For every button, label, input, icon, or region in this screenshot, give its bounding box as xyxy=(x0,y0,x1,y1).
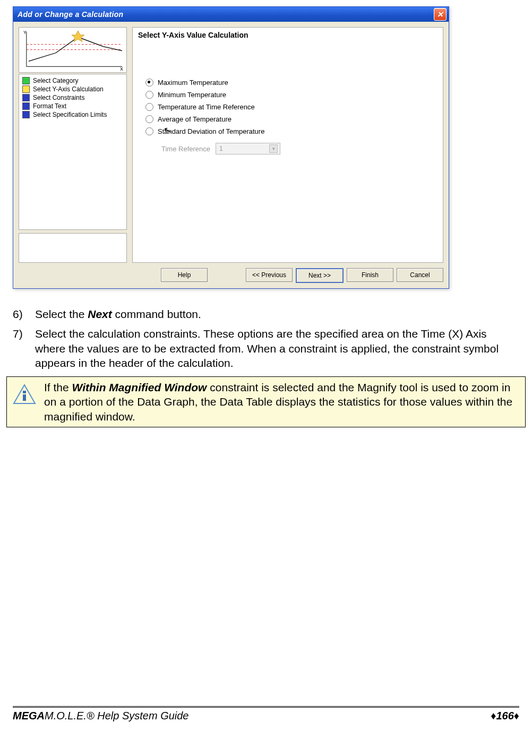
list-item: 7) Select the calculation constraints. T… xyxy=(13,327,519,370)
step-label: Select Y-Axis Calculation xyxy=(33,85,104,93)
wizard-step[interactable]: Select Y-Axis Calculation xyxy=(22,85,123,93)
time-reference-row: Time Reference 1 ▾ xyxy=(161,143,437,154)
radio-option[interactable]: Standard Deviation of Temperature xyxy=(145,125,437,138)
dialog-window: Add or Change a Calculation ✕ Y X xyxy=(13,6,449,289)
chevron-down-icon: ▾ xyxy=(269,144,278,153)
radio-label: Average of Temperature xyxy=(158,115,231,123)
step-swatch-icon xyxy=(22,77,30,84)
dialog-body: Y X Select Category Sele xyxy=(13,22,449,263)
radio-option[interactable]: Average of Temperature xyxy=(145,113,437,125)
cancel-button[interactable]: Cancel xyxy=(397,268,443,282)
step-text: Select the Next command button. xyxy=(35,307,519,321)
radio-label: Temperature at Time Reference xyxy=(158,103,255,111)
finish-button[interactable]: Finish xyxy=(347,268,393,282)
preview-chart: Y X xyxy=(19,27,127,73)
step-text: Select the calculation constraints. Thes… xyxy=(35,327,519,370)
window-title: Add or Change a Calculation xyxy=(18,10,123,19)
radio-icon xyxy=(145,79,153,87)
titlebar: Add or Change a Calculation ✕ xyxy=(13,7,449,22)
radio-option[interactable]: Temperature at Time Reference xyxy=(145,101,437,113)
wizard-step[interactable]: Select Constraints xyxy=(22,93,123,102)
time-reference-select[interactable]: 1 ▾ xyxy=(216,143,280,154)
svg-text:X: X xyxy=(120,66,123,72)
chart-illustration-icon: Y X xyxy=(19,28,126,72)
svg-text:Y: Y xyxy=(23,30,27,35)
info-icon xyxy=(12,383,37,408)
note-text: If the Within Magnified Window constrain… xyxy=(44,380,518,424)
wizard-steps-list: Select Category Select Y-Axis Calculatio… xyxy=(19,74,127,230)
previous-button[interactable]: << Previous xyxy=(246,268,293,282)
combo-value: 1 xyxy=(219,145,223,152)
step-swatch-icon xyxy=(22,111,30,118)
step-swatch-icon xyxy=(22,102,30,110)
page-footer: MEGAM.O.L.E.® Help System Guide ♦166♦ xyxy=(13,706,519,722)
wizard-step[interactable]: Select Category xyxy=(22,76,123,85)
radio-option[interactable]: Maximum Temperature xyxy=(145,76,437,89)
panel-title: Select Y-Axis Value Calculation xyxy=(138,31,437,39)
wizard-sidebar: Y X Select Category Sele xyxy=(19,27,127,263)
next-button[interactable]: Next >> xyxy=(296,268,344,283)
svg-rect-8 xyxy=(23,391,26,393)
time-reference-label: Time Reference xyxy=(161,145,210,153)
step-label: Format Text xyxy=(33,102,66,110)
step-swatch-icon xyxy=(22,94,30,101)
radio-icon xyxy=(145,103,153,111)
radio-label: Minimum Temperature xyxy=(158,91,226,99)
svg-rect-9 xyxy=(23,394,26,401)
guide-title: MEGAM.O.L.E.® Help System Guide xyxy=(13,710,189,722)
list-item: 6) Select the Next command button. xyxy=(13,307,519,321)
radio-icon xyxy=(145,127,153,135)
page-number: ♦166♦ xyxy=(491,710,519,722)
step-number: 7) xyxy=(13,327,30,370)
wizard-step[interactable]: Select Specification Limits xyxy=(22,110,123,119)
step-number: 6) xyxy=(13,307,30,321)
note-callout: If the Within Magnified Window constrain… xyxy=(6,376,526,427)
wizard-button-row: Help << Previous Next >> Finish Cancel xyxy=(13,263,449,288)
step-label: Select Category xyxy=(33,77,78,84)
close-button[interactable]: ✕ xyxy=(434,8,447,21)
yaxis-calc-radio-group: ↖ Maximum Temperature Minimum Temperatur… xyxy=(145,76,437,154)
step-label: Select Specification Limits xyxy=(33,111,107,118)
doc-body: 6) Select the Next command button. 7) Se… xyxy=(13,307,519,370)
wizard-status-box xyxy=(19,233,127,263)
wizard-content-panel: Select Y-Axis Value Calculation ↖ Maximu… xyxy=(132,27,443,263)
wizard-step[interactable]: Format Text xyxy=(22,102,123,110)
help-button[interactable]: Help xyxy=(161,268,208,282)
radio-label: Standard Deviation of Temperature xyxy=(158,127,264,135)
radio-label: Maximum Temperature xyxy=(158,79,228,87)
step-label: Select Constraints xyxy=(33,94,84,101)
step-swatch-icon xyxy=(22,85,30,93)
radio-icon xyxy=(145,115,153,123)
radio-option[interactable]: Minimum Temperature xyxy=(145,89,437,101)
radio-icon xyxy=(145,91,153,99)
close-icon: ✕ xyxy=(437,10,443,19)
